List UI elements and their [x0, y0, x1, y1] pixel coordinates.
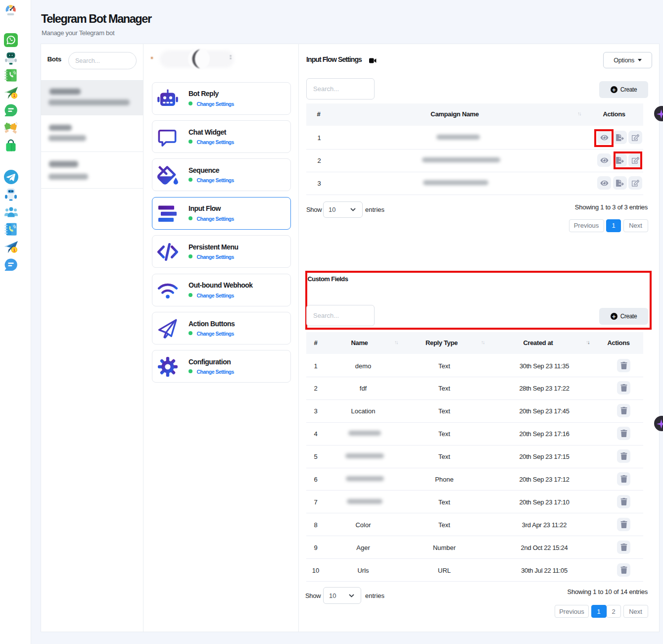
svg-text:1: 1 — [13, 93, 15, 98]
svg-text:1: 1 — [13, 248, 15, 252]
